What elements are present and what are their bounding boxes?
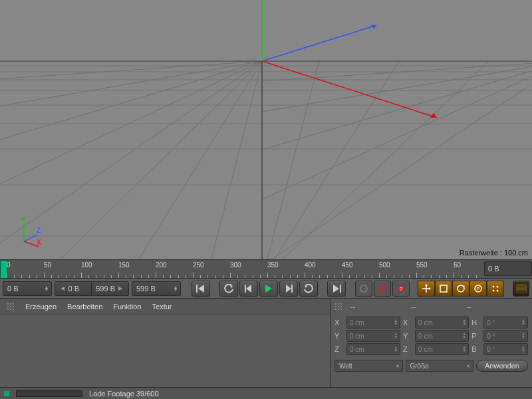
svg-marker-54 xyxy=(429,287,431,290)
mat-menu-funktion[interactable]: Funktion xyxy=(113,303,141,311)
step-back-button[interactable] xyxy=(239,281,258,297)
rot-field[interactable]: 0 °▲▼ xyxy=(483,343,528,355)
svg-line-15 xyxy=(262,61,319,259)
size-field[interactable]: 0 cm▲▼ xyxy=(415,317,469,329)
svg-rect-55 xyxy=(440,285,447,292)
key-scale-button[interactable] xyxy=(435,281,452,297)
timeline-mark: 100 xyxy=(81,261,92,269)
status-text: Lade Footage 39/600 xyxy=(89,390,159,398)
svg-point-68 xyxy=(519,285,521,286)
svg-rect-66 xyxy=(517,291,526,293)
timeline-ruler[interactable]: 05010015020025030035040045050055060 0 B xyxy=(0,259,532,278)
status-indicator-icon xyxy=(4,391,9,396)
axis-label: Z xyxy=(334,345,344,353)
rot-field[interactable]: 0 °▲▼ xyxy=(483,317,528,329)
timeline-mark: 550 xyxy=(416,261,428,269)
svg-line-35 xyxy=(24,235,37,241)
key-pos-button[interactable] xyxy=(418,281,435,297)
range-slider[interactable]: ◀ 0 B 599 B ▶ xyxy=(55,281,129,296)
svg-marker-53 xyxy=(425,284,428,286)
keyframe-sel-button[interactable]: ? xyxy=(392,281,410,297)
gizmo-x-label: X xyxy=(37,239,41,246)
svg-line-10 xyxy=(40,61,262,259)
axis-gizmo[interactable]: Y Z X xyxy=(12,215,49,251)
timeline-mark: 50 xyxy=(44,261,51,269)
size-field[interactable]: 0 cm▲▼ xyxy=(415,343,469,355)
perspective-grid xyxy=(0,0,532,259)
coord-row: Z0 cm▲▼Z0 cm▲▼B0 °▲▼ xyxy=(334,342,528,356)
end-frame-field[interactable]: 599 B▲▼ xyxy=(132,281,181,296)
key-param-button[interactable]: P xyxy=(469,281,487,297)
timeline-ruler-marks[interactable]: 05010015020025030035040045050055060 xyxy=(0,260,479,279)
svg-line-11 xyxy=(262,61,489,259)
autokey-button[interactable] xyxy=(374,281,391,297)
svg-marker-41 xyxy=(265,285,272,293)
pos-field[interactable]: 0 cm▲▼ xyxy=(346,343,400,355)
timeline-mark: 400 xyxy=(305,261,316,269)
svg-line-6 xyxy=(0,61,262,200)
key-rot-button[interactable] xyxy=(452,281,469,297)
timeline-mark: 0 xyxy=(7,261,11,269)
goto-end-button[interactable] xyxy=(327,281,346,297)
svg-line-13 xyxy=(262,61,399,259)
goto-start-button[interactable] xyxy=(192,281,210,297)
svg-text:?: ? xyxy=(400,286,403,292)
mat-menu-bearbeiten[interactable]: Bearbeiten xyxy=(67,303,102,311)
rot-label: H xyxy=(471,319,481,327)
transport-toolbar: 0 B▲▼ ◀ 0 B 599 B ▶ 599 B▲▼ ? P xyxy=(0,278,532,298)
svg-rect-36 xyxy=(196,285,198,293)
key-pla-button[interactable] xyxy=(487,281,504,297)
rot-label: B xyxy=(471,345,481,353)
coord-header-size: -- xyxy=(411,303,416,311)
apply-button[interactable]: Anwenden xyxy=(476,360,528,372)
step-fwd-button[interactable] xyxy=(279,281,298,297)
play-button[interactable] xyxy=(259,281,278,297)
svg-line-2 xyxy=(0,61,262,112)
film-strip-button[interactable] xyxy=(513,281,529,297)
record-key-button[interactable] xyxy=(355,281,372,297)
svg-rect-43 xyxy=(291,285,293,293)
svg-marker-37 xyxy=(198,285,204,293)
svg-line-14 xyxy=(206,61,262,259)
svg-line-0 xyxy=(0,61,262,81)
timeline-mark: 200 xyxy=(156,261,167,269)
gizmo-y-label: Y xyxy=(21,216,25,223)
lower-panels: Erzeugen Bearbeiten Funktion Textur -- -… xyxy=(0,298,532,387)
svg-point-67 xyxy=(517,285,519,286)
timeline-mark: 250 xyxy=(193,261,204,269)
pos-field[interactable]: 0 cm▲▼ xyxy=(346,330,400,342)
coord-header-pos: -- xyxy=(350,303,355,311)
gizmo-z-label: Z xyxy=(37,227,41,234)
loop-button[interactable] xyxy=(299,281,318,297)
svg-marker-42 xyxy=(286,285,291,293)
axis-label: Y xyxy=(403,332,412,340)
size-field[interactable]: 0 cm▲▼ xyxy=(415,330,469,342)
axis-label: X xyxy=(334,319,344,327)
viewport-3d[interactable]: Y Z X Rasterweite : 100 cm xyxy=(0,0,532,259)
timeline-mark: 350 xyxy=(267,261,279,269)
axis-label: Z xyxy=(403,345,412,353)
svg-point-62 xyxy=(492,289,494,291)
coord-row: X0 cm▲▼X0 cm▲▼H0 °▲▼ xyxy=(334,316,528,329)
current-frame-field[interactable]: 0 B xyxy=(484,261,532,276)
svg-marker-45 xyxy=(333,285,339,293)
rot-field[interactable]: 0 °▲▼ xyxy=(483,330,528,342)
svg-line-29 xyxy=(262,25,376,61)
svg-rect-46 xyxy=(340,285,341,293)
axis-label: X xyxy=(403,319,412,327)
mat-menu-erzeugen[interactable]: Erzeugen xyxy=(25,303,57,311)
timeline-mark: 60 xyxy=(454,261,461,269)
coordinates-manager[interactable]: -- -- -- X0 cm▲▼X0 cm▲▼H0 °▲▼Y0 cm▲▼Y0 c… xyxy=(331,299,532,387)
material-manager[interactable]: Erzeugen Bearbeiten Funktion Textur xyxy=(0,299,331,387)
pos-field[interactable]: 0 cm▲▼ xyxy=(346,317,400,329)
svg-text:P: P xyxy=(476,286,479,292)
timeline-mark: 300 xyxy=(230,261,241,269)
panel-handle-icon[interactable] xyxy=(7,303,15,311)
svg-marker-39 xyxy=(246,285,251,293)
coord-size-dropdown[interactable]: Größe xyxy=(406,360,474,372)
mat-menu-textur[interactable]: Textur xyxy=(152,303,172,311)
coord-system-dropdown[interactable]: Welt xyxy=(334,360,403,372)
start-frame-field[interactable]: 0 B▲▼ xyxy=(3,281,52,296)
panel-handle-icon[interactable] xyxy=(334,303,342,311)
rewind-button[interactable] xyxy=(219,281,238,297)
